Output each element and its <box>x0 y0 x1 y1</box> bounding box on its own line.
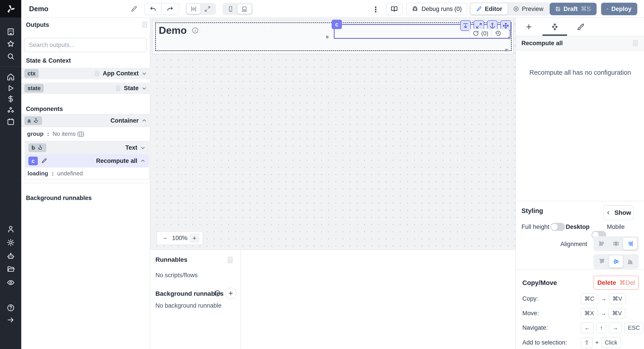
components-title: Components <box>26 106 63 113</box>
copy-move-title: Copy/Move <box>522 279 557 287</box>
align-right-button-active[interactable] <box>623 238 637 250</box>
component-c-row-selected[interactable]: c Recompute all <box>25 154 149 168</box>
top-header: Demo ⋮ Debug runs (0) <box>21 0 644 18</box>
workspace-icon[interactable] <box>7 28 15 36</box>
navigate-label: Navigate: <box>522 324 548 331</box>
zoom-in-button[interactable]: + <box>190 233 200 243</box>
align-left-button[interactable] <box>595 238 609 250</box>
deploy-label: Deploy <box>611 6 632 13</box>
loading-property-row[interactable]: loading : undefined <box>25 168 149 179</box>
ctx-row[interactable]: ctx App Context <box>21 68 150 80</box>
run-count-label: (0) <box>481 30 488 37</box>
refresh-count[interactable]: (0) <box>470 30 492 37</box>
doc-icon[interactable] <box>632 40 639 47</box>
collapse-arrow-icon[interactable] <box>7 316 15 324</box>
workers-bot-icon[interactable] <box>7 252 15 260</box>
align-top-button[interactable] <box>595 255 609 268</box>
kbd-cmd-v: ⌘V <box>609 293 626 304</box>
align-center-button[interactable] <box>609 238 623 250</box>
align-bottom-button[interactable] <box>623 255 637 268</box>
state-badge: state <box>24 84 44 93</box>
doc-icon <box>115 85 121 92</box>
fullwidth-layout-button[interactable] <box>200 4 214 14</box>
styling-show-button[interactable]: Show <box>603 205 634 220</box>
canvas-app-title[interactable]: Demo <box>159 25 199 36</box>
editor-pencil-icon <box>476 6 482 12</box>
resize-handle[interactable] <box>326 36 328 38</box>
user-icon[interactable] <box>7 225 15 233</box>
component-settings-header: Recompute all <box>516 36 644 51</box>
kbd-shift: ⇧ <box>581 337 593 348</box>
add-to-selection-label: Add to selection: <box>522 339 567 346</box>
add-background-runnable-button[interactable] <box>225 287 236 299</box>
canvas-zoom-control: − 100% + <box>156 231 203 245</box>
mobile-view-button[interactable] <box>224 4 238 14</box>
search-outputs-input[interactable] <box>24 38 147 52</box>
component-b-row[interactable]: b Text <box>25 141 149 154</box>
kbd-cmd-x: ⌘X <box>581 308 598 319</box>
delete-component-button[interactable]: Delete ⌘Del <box>594 276 639 290</box>
doc-icon <box>94 71 100 77</box>
outputs-doc-icon[interactable] <box>141 21 148 28</box>
schedules-calendar-icon[interactable] <box>7 118 15 126</box>
mobile-label: Mobile <box>607 223 625 230</box>
expand-down-button[interactable] <box>460 20 471 31</box>
resources-boxes-icon[interactable] <box>7 107 15 115</box>
zoom-level: 100% <box>172 235 188 242</box>
move-shortcut-row: Move: ⌘X → ⌘V <box>522 310 638 317</box>
help-icon[interactable] <box>7 304 15 312</box>
full-height-toggle[interactable] <box>550 223 565 231</box>
centered-layout-button[interactable] <box>187 4 200 14</box>
audit-eye-icon[interactable] <box>7 278 15 287</box>
align-center-icon <box>613 240 620 247</box>
state-row[interactable]: state State <box>21 83 150 94</box>
debug-runs-button[interactable]: Debug runs (0) <box>406 3 467 15</box>
component-a-row[interactable]: a Container <box>21 114 150 127</box>
align-middle-button-active[interactable] <box>609 255 623 268</box>
resize-handle[interactable] <box>508 37 510 39</box>
runnables-title: Runnables <box>156 256 188 263</box>
deploy-button[interactable]: Deploy <box>601 3 637 15</box>
editor-tab[interactable]: Editor <box>470 3 508 15</box>
edit-title-pencil-icon[interactable] <box>130 5 138 13</box>
more-options-kebab[interactable]: ⋮ <box>372 5 380 14</box>
history-button[interactable] <box>492 30 504 37</box>
preview-tab[interactable]: Preview <box>508 3 549 15</box>
app-canvas[interactable]: Demo c (0) − 100% + <box>150 18 516 249</box>
group-property-row[interactable]: group : No items ([]) <box>27 130 84 137</box>
app-logo[interactable] <box>0 0 21 18</box>
resize-handle[interactable] <box>505 49 508 51</box>
component-a-id: a <box>28 117 31 124</box>
docs-book-button[interactable] <box>386 3 403 15</box>
runs-play-icon[interactable] <box>7 84 15 92</box>
home-icon[interactable] <box>7 73 15 81</box>
desktop-view-button[interactable] <box>238 4 251 14</box>
redo-button[interactable] <box>162 3 179 15</box>
zoom-out-button[interactable]: − <box>160 233 170 243</box>
draft-shortcut: ⌘S <box>581 5 591 13</box>
desktop-label: Desktop <box>566 223 590 230</box>
refresh-icon <box>473 30 479 37</box>
runnables-doc-icon[interactable] <box>226 256 234 264</box>
full-height-label: Full height <box>522 223 550 230</box>
settings-gear-icon[interactable] <box>7 238 15 246</box>
tab-styling-brush[interactable] <box>568 18 594 36</box>
delete-label: Delete <box>597 279 616 286</box>
windmill-logo-icon <box>6 4 16 14</box>
draft-label: Draft <box>564 6 578 13</box>
search-icon[interactable] <box>7 52 15 60</box>
component-a-badge: a <box>24 116 42 125</box>
save-draft-button[interactable]: Draft ⌘S <box>550 3 596 15</box>
component-c-badge: c <box>28 157 38 165</box>
state-context-title: State & Context <box>26 57 71 64</box>
favorites-star-icon[interactable] <box>7 40 15 48</box>
tab-insert-component[interactable] <box>516 18 542 36</box>
edit-pencil-icon[interactable] <box>41 158 47 164</box>
group-value: No items ([]) <box>52 130 84 137</box>
variables-dollar-icon[interactable] <box>7 95 15 103</box>
undo-button[interactable] <box>145 3 162 15</box>
folders-icon[interactable] <box>7 265 15 273</box>
component-b-badge: b <box>28 143 46 152</box>
bottom-empty-area <box>241 249 516 349</box>
tab-component-settings-active[interactable] <box>542 18 568 36</box>
